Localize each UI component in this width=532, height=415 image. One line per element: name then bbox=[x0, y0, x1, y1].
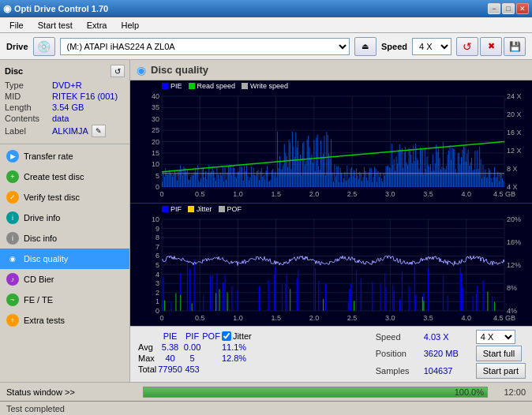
app-icon: ◉ bbox=[3, 3, 11, 14]
sidebar-item-cd-bier[interactable]: ♪ CD Bier bbox=[0, 269, 129, 290]
disc-refresh-button[interactable]: ↺ bbox=[111, 65, 125, 77]
sidebar: Disc ↺ Type DVD+R MID RITEK F16 (001) Le… bbox=[0, 60, 130, 382]
disc-mid-key: MID bbox=[5, 92, 52, 101]
disc-type-val: DVD+R bbox=[52, 80, 82, 90]
disc-length-row: Length 3.54 GB bbox=[5, 103, 125, 112]
sidebar-item-drive-info[interactable]: i Drive info bbox=[0, 208, 129, 228]
sidebar-item-label-verify-test-disc: Verify test disc bbox=[24, 193, 80, 202]
stats-total-pof bbox=[202, 365, 220, 374]
legend-pof-label: POF bbox=[227, 205, 242, 213]
sidebar-item-extra-tests[interactable]: + Extra tests bbox=[0, 310, 129, 331]
sidebar-menu: ▶ Transfer rate + Create test disc ✓ Ver… bbox=[0, 144, 129, 332]
sidebar-item-transfer-rate[interactable]: ▶ Transfer rate bbox=[0, 146, 129, 166]
legend-pif-label: PIF bbox=[170, 205, 182, 213]
transfer-rate-icon: ▶ bbox=[6, 150, 19, 163]
start-full-button[interactable]: Start full bbox=[476, 346, 522, 361]
stats-max-pof bbox=[202, 353, 220, 363]
disc-label-val: ALKIMJA bbox=[52, 126, 88, 136]
main-layout: Disc ↺ Type DVD+R MID RITEK F16 (001) Le… bbox=[0, 60, 532, 382]
chart-top: PIE Read speed Write speed bbox=[130, 80, 532, 204]
sidebar-item-label-create-test-disc: Create test disc bbox=[24, 172, 84, 181]
stats-total-label: Total bbox=[138, 365, 156, 374]
legend-pie: PIE bbox=[162, 82, 182, 90]
legend-pie-dot bbox=[162, 83, 168, 89]
verify-test-disc-icon: ✓ bbox=[6, 191, 19, 204]
maximize-button[interactable]: □ bbox=[502, 3, 515, 14]
refresh-button[interactable]: ↺ bbox=[456, 37, 478, 56]
content-area: ◉ Disc quality PIE Read speed bbox=[130, 60, 532, 382]
legend-read-speed-label: Read speed bbox=[197, 82, 236, 90]
disc-contents-val: data bbox=[52, 114, 69, 123]
sidebar-item-label-disc-quality: Disc quality bbox=[24, 254, 68, 264]
stats-avg-label: Avg bbox=[138, 342, 156, 352]
progress-bar-container: 100.0% bbox=[143, 387, 488, 398]
legend-write-speed-label: Write speed bbox=[250, 82, 288, 90]
legend-pif-dot bbox=[162, 206, 168, 212]
disc-info-icon: i bbox=[6, 232, 19, 245]
legend-jitter-dot bbox=[188, 206, 194, 212]
stats-header-pof: POF bbox=[202, 331, 220, 341]
legend-pif: PIF bbox=[162, 205, 182, 213]
disc-type-key: Type bbox=[5, 80, 52, 90]
menu-extra[interactable]: Extra bbox=[81, 19, 114, 32]
stats-total-pie: 77950 bbox=[158, 365, 182, 374]
stats-position-row: Position 3620 MB Start full bbox=[376, 346, 526, 361]
disc-mid-row: MID RITEK F16 (001) bbox=[5, 92, 125, 101]
speed-label: Speed bbox=[381, 42, 407, 51]
create-test-disc-icon: + bbox=[6, 170, 19, 183]
status-section: Status window >> bbox=[6, 387, 137, 397]
sidebar-item-verify-test-disc[interactable]: ✓ Verify test disc bbox=[0, 187, 129, 208]
sidebar-item-disc-quality[interactable]: ◉ Disc quality bbox=[0, 249, 129, 269]
sidebar-item-label-extra-tests: Extra tests bbox=[24, 316, 65, 325]
jitter-label: Jitter bbox=[233, 331, 252, 341]
eject-button[interactable]: ⏏ bbox=[354, 37, 377, 56]
progress-percent: 100.0% bbox=[455, 387, 484, 397]
stats-total-pif: 453 bbox=[184, 365, 200, 374]
stats-table: PIE PIF POF Jitter Avg 5.38 bbox=[137, 330, 253, 376]
legend-jitter-label: Jitter bbox=[197, 205, 212, 213]
stats-total-jitter bbox=[222, 365, 252, 374]
erase-button[interactable]: ✖ bbox=[480, 37, 502, 56]
speed-select[interactable]: 4 X bbox=[412, 38, 451, 55]
jitter-checkbox[interactable] bbox=[222, 331, 231, 341]
disc-panel: Disc ↺ Type DVD+R MID RITEK F16 (001) Le… bbox=[0, 60, 129, 144]
start-part-button[interactable]: Start part bbox=[476, 363, 526, 379]
stats-samples-label: Samples bbox=[376, 366, 419, 376]
disc-panel-header: Disc ↺ bbox=[5, 65, 125, 77]
sidebar-item-create-test-disc[interactable]: + Create test disc bbox=[0, 166, 129, 187]
title-bar-left: ◉ Opti Drive Control 1.70 bbox=[3, 3, 108, 14]
save-button[interactable]: 💾 bbox=[504, 37, 526, 56]
stats-speed-val: 4.03 X bbox=[424, 332, 471, 342]
drive-label: Drive bbox=[6, 42, 28, 51]
content-header: ◉ Disc quality bbox=[130, 60, 532, 80]
label-edit-button[interactable]: ✎ bbox=[92, 125, 106, 137]
progress-time: 12:00 bbox=[494, 387, 526, 397]
minimize-button[interactable]: − bbox=[488, 3, 500, 14]
stats-speed-label: Speed bbox=[376, 332, 419, 342]
stats-avg-pif: 0.00 bbox=[184, 342, 200, 352]
close-button[interactable]: ✕ bbox=[516, 3, 529, 14]
sidebar-item-disc-info[interactable]: i Disc info bbox=[0, 228, 129, 249]
stats-max-jitter: 12.8% bbox=[222, 353, 252, 363]
sidebar-item-fe-te[interactable]: ~ FE / TE bbox=[0, 290, 129, 310]
fe-te-icon: ~ bbox=[6, 293, 19, 306]
disc-label-key: Label bbox=[5, 126, 52, 136]
disc-mid-val: RITEK F16 (001) bbox=[52, 92, 118, 101]
content-title: Disc quality bbox=[151, 64, 208, 76]
disc-length-val: 3.54 GB bbox=[52, 103, 84, 112]
menu-start-test[interactable]: Start test bbox=[32, 19, 79, 32]
drive-icon-btn[interactable]: 💿 bbox=[33, 37, 55, 56]
progress-bar-fill bbox=[144, 387, 487, 397]
legend-pof: POF bbox=[219, 205, 242, 213]
menu-file[interactable]: File bbox=[3, 19, 30, 32]
menu-help[interactable]: Help bbox=[114, 19, 145, 32]
stats-speed-select[interactable]: 4 X bbox=[476, 330, 515, 344]
chart-top-canvas bbox=[130, 80, 532, 203]
disc-contents-row: Contents data bbox=[5, 114, 125, 123]
disc-label: Disc bbox=[5, 66, 23, 76]
stats-max-label: Max bbox=[138, 353, 156, 363]
progress-area: Status window >> 100.0% 12:00 bbox=[0, 382, 532, 401]
stats-position-val: 3620 MB bbox=[424, 349, 471, 358]
drive-select[interactable]: (M:) ATAPI iHAS224 A ZL0A bbox=[60, 38, 350, 55]
title-bar-controls: − □ ✕ bbox=[488, 3, 529, 14]
